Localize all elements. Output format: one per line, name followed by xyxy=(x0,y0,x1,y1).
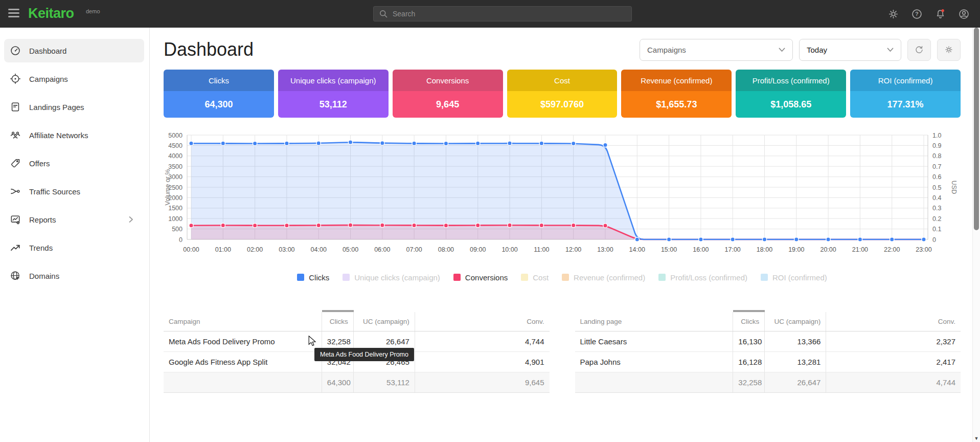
row-name-cell[interactable]: Google Ads Fitness App Split xyxy=(164,352,322,372)
legend-item-unique-clicks-campaign[interactable]: Unique clicks (campaign) xyxy=(343,273,440,282)
legend-item-conversions[interactable]: Conversions xyxy=(453,273,508,282)
value-cell: 2,327 xyxy=(826,332,961,352)
total-cell: 26,647 xyxy=(765,372,826,393)
account-icon[interactable] xyxy=(958,8,970,20)
legend-swatch xyxy=(343,274,350,281)
gear-icon xyxy=(944,45,953,54)
svg-text:0.8: 0.8 xyxy=(932,152,941,160)
sidebar-item-label: Dashboard xyxy=(29,47,66,55)
sidebar-item-label: Trends xyxy=(29,244,53,252)
settings-gear-icon[interactable] xyxy=(887,8,899,20)
row-name-cell[interactable]: Papa Johns xyxy=(575,352,733,372)
svg-text:11:00: 11:00 xyxy=(534,246,549,253)
campaigns-icon xyxy=(10,73,21,84)
sidebar-item-label: Affiliate Networks xyxy=(29,131,88,140)
legend-swatch xyxy=(453,274,461,281)
value-cell: 16,130 xyxy=(733,332,765,352)
value-cell: 4,901 xyxy=(415,352,549,372)
sidebar-item-dashboard[interactable]: Dashboard xyxy=(4,39,144,62)
campaigns-filter-select[interactable]: Campaigns xyxy=(640,39,793,61)
sidebar-item-affiliate-networks[interactable]: Affiliate Networks xyxy=(4,123,144,147)
sidebar-item-label: Offers xyxy=(29,159,50,168)
svg-text:21:00: 21:00 xyxy=(852,246,868,253)
top-bar: Keitaro demo ? xyxy=(0,0,980,28)
svg-text:5000: 5000 xyxy=(168,132,183,139)
landing-pages-table-container: Landing pageClicksUC (campaign)Conv.Litt… xyxy=(575,310,961,393)
logo-demo-badge: demo xyxy=(86,8,100,14)
scrollbar-down-arrow[interactable]: ▼ xyxy=(973,436,980,441)
refresh-icon xyxy=(914,45,924,55)
app-logo[interactable]: Keitaro xyxy=(28,6,74,21)
metric-card-value: $1,058.65 xyxy=(736,91,846,118)
metric-card-cost[interactable]: Cost$597.0760 xyxy=(507,70,618,118)
svg-text:500: 500 xyxy=(172,226,183,233)
column-header-conv[interactable]: Conv. xyxy=(826,311,961,332)
svg-text:09:00: 09:00 xyxy=(470,246,486,253)
column-header-uc-campaign[interactable]: UC (campaign) xyxy=(353,311,415,332)
sidebar-item-label: Landings Pages xyxy=(29,103,84,112)
column-header-clicks[interactable]: Clicks xyxy=(322,311,353,332)
mouse-cursor xyxy=(308,336,317,349)
sidebar-item-reports[interactable]: Reports xyxy=(4,208,144,231)
column-header-conv[interactable]: Conv. xyxy=(415,311,549,332)
sidebar-item-landings-pages[interactable]: Landings Pages xyxy=(4,95,144,119)
table-row[interactable]: Little Caesars16,13013,3662,327 xyxy=(575,332,961,352)
dashboard-settings-button[interactable] xyxy=(937,39,961,61)
row-name-cell[interactable]: Little Caesars xyxy=(575,332,733,352)
landing-pages-icon xyxy=(10,101,21,113)
date-range-select[interactable]: Today xyxy=(799,39,901,61)
sidebar-item-offers[interactable]: Offers xyxy=(4,151,144,175)
legend-item-profit-loss-confirmed[interactable]: Profit/Loss (confirmed) xyxy=(658,273,747,282)
sidebar-item-label: Reports xyxy=(29,215,56,224)
chart-legend: ClicksUnique clicks (campaign)Conversion… xyxy=(164,272,961,282)
total-cell xyxy=(164,372,322,393)
metric-card-conversions[interactable]: Conversions9,645 xyxy=(393,70,503,118)
sidebar-item-domains[interactable]: Domains xyxy=(4,264,144,288)
metric-card-profit-loss-confirmed[interactable]: Profit/Loss (confirmed)$1,058.65 xyxy=(736,70,846,118)
sidebar-item-label: Campaigns xyxy=(29,75,68,83)
legend-item-clicks[interactable]: Clicks xyxy=(297,273,329,282)
metric-card-unique-clicks-campaign[interactable]: Unique clicks (campaign)53,112 xyxy=(278,70,389,118)
total-cell: 32,258 xyxy=(733,372,765,393)
legend-item-cost[interactable]: Cost xyxy=(521,273,549,282)
column-header-clicks[interactable]: Clicks xyxy=(733,311,765,332)
scrollbar[interactable]: ▼ xyxy=(972,28,980,442)
svg-text:03:00: 03:00 xyxy=(279,246,294,253)
svg-text:05:00: 05:00 xyxy=(343,246,358,253)
total-cell: 4,744 xyxy=(826,372,961,393)
table-row[interactable]: Papa Johns16,12813,2812,417 xyxy=(575,352,961,372)
column-header-landing-page[interactable]: Landing page xyxy=(575,311,733,332)
sidebar-item-trends[interactable]: Trends xyxy=(4,236,144,259)
legend-item-revenue-confirmed[interactable]: Revenue (confirmed) xyxy=(562,273,645,282)
metric-card-revenue-confirmed[interactable]: Revenue (confirmed)$1,655.73 xyxy=(621,70,732,118)
chevron-right-icon xyxy=(127,215,135,224)
notifications-bell-icon[interactable] xyxy=(935,8,946,20)
svg-text:14:00: 14:00 xyxy=(629,246,645,253)
svg-text:18:00: 18:00 xyxy=(757,246,772,253)
metric-card-value: 53,112 xyxy=(278,91,389,118)
search-input[interactable] xyxy=(393,10,626,18)
sidebar-nav: DashboardCampaignsLandings PagesAffiliat… xyxy=(0,39,149,288)
row-name-cell[interactable]: Meta Ads Food Delivery Promo xyxy=(164,332,322,352)
column-header-campaign[interactable]: Campaign xyxy=(164,311,322,332)
svg-text:02:00: 02:00 xyxy=(247,246,263,253)
metric-card-value: $597.0760 xyxy=(507,91,618,118)
column-header-uc-campaign[interactable]: UC (campaign) xyxy=(765,311,826,332)
legend-item-roi-confirmed[interactable]: ROI (confirmed) xyxy=(761,273,827,282)
help-icon[interactable]: ? xyxy=(911,8,923,20)
chevron-down-icon xyxy=(887,48,894,52)
legend-swatch xyxy=(562,274,569,281)
sidebar-item-campaigns[interactable]: Campaigns xyxy=(4,67,144,91)
sidebar-item-label: Traffic Sources xyxy=(29,187,80,196)
metric-card-value: $1,655.73 xyxy=(621,91,732,118)
metric-card-value: 9,645 xyxy=(393,91,503,118)
sidebar-item-traffic-sources[interactable]: Traffic Sources xyxy=(4,180,144,203)
metric-card-label: ROI (confirmed) xyxy=(850,70,961,91)
scrollbar-thumb[interactable] xyxy=(974,28,979,230)
metric-card-roi-confirmed[interactable]: ROI (confirmed)177.31% xyxy=(850,70,961,118)
global-search[interactable] xyxy=(373,6,632,21)
svg-text:20:00: 20:00 xyxy=(820,246,836,253)
menu-toggle-icon[interactable] xyxy=(8,9,19,19)
metric-card-clicks[interactable]: Clicks64,300 xyxy=(164,70,274,118)
refresh-button[interactable] xyxy=(907,39,931,61)
